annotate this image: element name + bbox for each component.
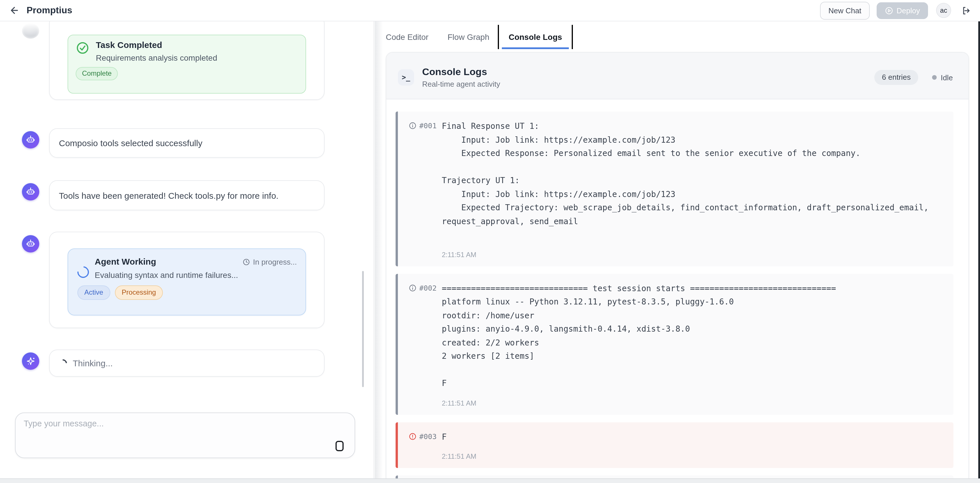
chat-message-text: Tools have been generated! Check tools.p…: [59, 190, 278, 200]
back-button[interactable]: [7, 3, 22, 18]
chat-scrollbar-thumb[interactable]: [362, 271, 364, 387]
status-indicator: Idle: [932, 73, 953, 82]
tab-code-editor[interactable]: Code Editor: [386, 21, 428, 52]
app-title: Promptius: [27, 5, 72, 16]
status-dot-icon: [932, 75, 937, 80]
log-entry: #004 [100%]: [396, 475, 953, 478]
log-content: F: [442, 430, 944, 444]
back-arrow-icon: [9, 5, 20, 16]
status-text: Idle: [941, 73, 953, 82]
assistant-avatar: [22, 352, 39, 370]
log-id: #002: [419, 284, 437, 292]
entries-count-badge: 6 entries: [874, 70, 918, 85]
bot-avatar: [22, 183, 39, 201]
agent-progress-status: In progress...: [243, 258, 297, 266]
agent-status-text: In progress...: [253, 258, 297, 266]
message-input-box: [15, 413, 355, 458]
task-card-subtitle: Requirements analysis completed: [96, 53, 217, 62]
top-bar: Promptius New Chat Deploy ac: [0, 0, 980, 21]
log-accent-bar: [396, 274, 398, 414]
log-entry: #002 ============================== test…: [396, 274, 953, 414]
logout-button[interactable]: [958, 3, 973, 18]
log-id: #001: [419, 121, 437, 130]
task-completed-card: Task Completed Requirements analysis com…: [68, 35, 306, 94]
chat-message-text: Composio tools selected successfully: [59, 138, 202, 148]
log-entry: #001 Final Response UT 1: Input: Job lin…: [396, 112, 953, 266]
promptius-app: Promptius New Chat Deploy ac Task Comple…: [0, 0, 980, 483]
console-header: >_ Console Logs Real-time agent activity…: [387, 53, 969, 99]
log-accent-bar: [396, 422, 398, 468]
agent-card-subtitle: Evaluating syntax and runtime failures..…: [95, 270, 238, 280]
tab-console-logs[interactable]: Console Logs: [498, 25, 573, 49]
check-circle-icon: [76, 41, 89, 55]
user-avatar[interactable]: ac: [936, 3, 951, 18]
info-icon: [409, 284, 416, 292]
workspace-panel: Code Editor Flow Graph Console Logs >_ C…: [375, 21, 980, 478]
clock-icon: [243, 258, 250, 266]
console-logs-card: >_ Console Logs Real-time agent activity…: [386, 52, 969, 478]
terminal-icon: >_: [398, 69, 414, 86]
active-badge: Active: [77, 285, 110, 300]
agent-card-title: Agent Working: [95, 257, 156, 266]
log-timestamp: 2:11:51 AM: [442, 250, 944, 258]
bot-avatar: [22, 235, 39, 252]
robot-icon: [25, 239, 36, 249]
thinking-text: Thinking...: [73, 358, 113, 368]
logout-icon: [961, 5, 970, 15]
bottom-edge-strip: [0, 478, 980, 483]
log-timestamp: 2:11:51 AM: [442, 453, 944, 461]
log-id: #003: [419, 432, 437, 440]
tab-bar: Code Editor Flow Graph Console Logs: [375, 21, 980, 52]
bot-avatar: [22, 131, 39, 148]
processing-badge: Processing: [115, 285, 163, 300]
active-tab-underline: [502, 47, 569, 49]
console-subtitle: Real-time agent activity: [422, 80, 500, 88]
console-title: Console Logs: [422, 67, 500, 78]
complete-badge: Complete: [76, 67, 118, 80]
message-input[interactable]: [24, 419, 312, 453]
scrolled-avatar-partial: [22, 23, 39, 39]
deploy-button[interactable]: Deploy: [877, 2, 928, 19]
log-accent-bar: [396, 112, 398, 266]
console-scrollbar-thumb[interactable]: [978, 21, 980, 478]
tab-console-logs-label: Console Logs: [509, 32, 562, 41]
agent-working-card: Agent Working In progress... Evaluating …: [68, 249, 306, 316]
new-chat-button[interactable]: New Chat: [820, 2, 869, 19]
log-timestamp: 2:11:51 AM: [442, 399, 944, 407]
thinking-bubble: Thinking...: [49, 349, 325, 377]
log-entry-error: #003 F 2:11:51 AM: [396, 422, 953, 468]
sparkle-icon: [25, 355, 36, 367]
log-content: ============================== test sess…: [442, 282, 944, 390]
robot-icon: [25, 187, 36, 197]
log-accent-bar: [396, 475, 398, 478]
chat-panel: Task Completed Requirements analysis com…: [0, 21, 374, 478]
log-list[interactable]: #001 Final Response UT 1: Input: Job lin…: [387, 100, 969, 478]
stop-button[interactable]: [336, 441, 344, 451]
task-card-title: Task Completed: [96, 40, 162, 50]
info-icon: [409, 122, 416, 129]
robot-icon: [25, 135, 36, 145]
chat-message: Tools have been generated! Check tools.p…: [49, 180, 325, 210]
play-icon: [885, 6, 893, 15]
thinking-spinner-icon: [57, 357, 68, 368]
error-icon: [409, 432, 416, 440]
chat-message: Composio tools selected successfully: [49, 128, 325, 158]
tab-flow-graph[interactable]: Flow Graph: [447, 21, 489, 52]
deploy-label: Deploy: [897, 6, 920, 15]
log-content: Final Response UT 1: Input: Job link: ht…: [442, 120, 944, 242]
spinner-icon: [75, 264, 91, 280]
